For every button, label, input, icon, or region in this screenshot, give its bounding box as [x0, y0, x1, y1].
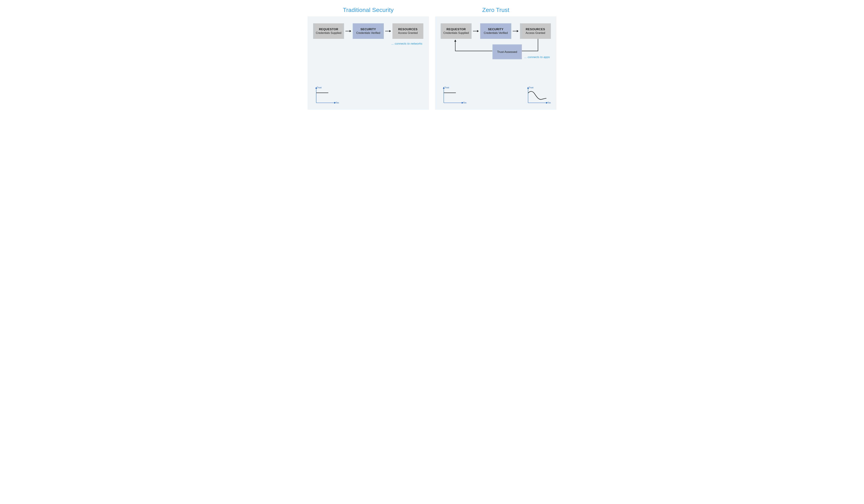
title-traditional: Traditional Security: [308, 7, 429, 13]
box-trust-assessed-title: Trust Assessed: [497, 50, 517, 54]
box-security-zt-sub: Credentials Verified: [484, 32, 508, 35]
box-resources-sub: Access Granted: [398, 32, 418, 35]
column-zerotrust: Zero Trust REQUESTOR Credentials Supplie…: [435, 5, 556, 110]
chart-ylabel: Trust: [444, 86, 449, 89]
arrow-right-icon: [513, 29, 519, 33]
box-security-zt: SECURITY Credentials Verified: [480, 23, 511, 39]
column-traditional: Traditional Security REQUESTOR Credentia…: [308, 5, 429, 110]
box-requestor-title: REQUESTOR: [319, 28, 338, 31]
arrow-zt-1: [473, 29, 479, 33]
box-trust-assessed: Trust Assessed: [492, 45, 522, 59]
svg-marker-10: [477, 30, 479, 32]
svg-marker-13: [454, 39, 456, 41]
chart-xlabel: Time: [463, 101, 467, 104]
chart-ylabel: Trust: [317, 86, 322, 89]
box-resources: RESOURCES Access Granted: [393, 23, 423, 39]
box-requestor: REQUESTOR Credentials Supplied: [313, 23, 344, 39]
feedback-loop-area: Trust Assessed ... connects to apps: [441, 39, 551, 65]
arrow-right-icon: [345, 29, 351, 33]
box-requestor-zt: REQUESTOR Credentials Supplied: [441, 23, 471, 39]
box-security-zt-title: SECURITY: [488, 28, 504, 31]
svg-marker-12: [517, 30, 519, 32]
arrow-2: [385, 29, 391, 33]
trust-chart-traditional: Trust Time: [313, 86, 339, 105]
svg-marker-1: [350, 30, 351, 32]
box-resources-zt: RESOURCES Access Granted: [520, 23, 551, 39]
chart-xlabel: Time: [336, 101, 339, 104]
box-resources-zt-sub: Access Granted: [526, 32, 545, 35]
panel-traditional: REQUESTOR Credentials Supplied SECURITY …: [308, 16, 429, 110]
caption-zerotrust: ... connects to apps: [525, 56, 551, 59]
chart-xlabel: Time: [548, 101, 551, 104]
box-security-title: SECURITY: [360, 28, 376, 31]
box-requestor-sub: Credentials Supplied: [316, 32, 341, 35]
box-requestor-zt-sub: Credentials Supplied: [443, 32, 469, 35]
box-requestor-zt-title: REQUESTOR: [446, 28, 466, 31]
trust-chart-zt-initial: Trust Time: [441, 86, 467, 105]
charts-zerotrust: Trust Time Trust Time: [441, 86, 551, 105]
charts-traditional: Trust Time: [313, 86, 423, 105]
box-security: SECURITY Credentials Verified: [353, 23, 384, 39]
arrow-right-icon: [385, 29, 391, 33]
box-security-sub: Credentials Verified: [356, 32, 380, 35]
box-resources-zt-title: RESOURCES: [526, 28, 545, 31]
flow-row-traditional: REQUESTOR Credentials Supplied SECURITY …: [313, 23, 423, 39]
svg-marker-3: [389, 30, 391, 32]
title-zerotrust: Zero Trust: [435, 7, 556, 13]
box-resources-title: RESOURCES: [398, 28, 418, 31]
arrow-1: [345, 29, 351, 33]
caption-traditional: ... connects to networks: [313, 42, 423, 46]
columns: Traditional Security REQUESTOR Credentia…: [308, 5, 556, 110]
arrow-right-icon: [473, 29, 479, 33]
arrow-zt-2: [513, 29, 519, 33]
trust-chart-zt-continuous: Trust Time: [525, 86, 551, 105]
chart-ylabel: Trust: [529, 86, 533, 89]
diagram-root: Traditional Security REQUESTOR Credentia…: [302, 0, 562, 117]
panel-zerotrust: REQUESTOR Credentials Supplied SECURITY …: [435, 16, 556, 110]
flow-row-zerotrust: REQUESTOR Credentials Supplied SECURITY …: [441, 23, 551, 39]
